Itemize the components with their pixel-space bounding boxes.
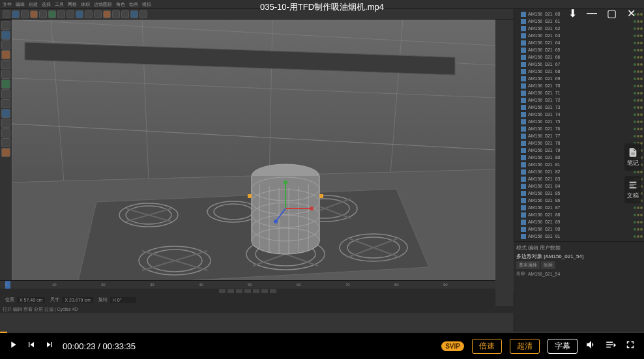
svg-point-46	[284, 180, 287, 184]
hierarchy-item[interactable]: AM156_021_83	[516, 175, 643, 182]
svg-rect-50	[319, 194, 323, 198]
hierarchy-item[interactable]: AM156_021_72	[516, 96, 643, 104]
fullscreen-button[interactable]	[624, 339, 636, 353]
hierarchy-item[interactable]: AM156_021_76	[516, 125, 643, 132]
svip-badge: SVIP	[441, 341, 464, 351]
close-button[interactable]: ✕	[624, 7, 637, 20]
subtitle-button[interactable]: 字幕	[548, 339, 578, 354]
hierarchy-item[interactable]: AM156_021_90	[516, 225, 643, 233]
hierarchy-item[interactable]: AM156_021_86	[516, 197, 643, 204]
hierarchy-item[interactable]: AM156_021_77	[516, 132, 643, 139]
hierarchy-item[interactable]: AM156_021_81	[516, 161, 643, 168]
hierarchy-item[interactable]: AM156_021_73	[516, 104, 643, 111]
hierarchy-item[interactable]: AM156_021_87	[516, 204, 643, 211]
svg-rect-49	[248, 194, 252, 198]
hierarchy-item[interactable]: AM156_021_80	[516, 154, 643, 161]
c4d-interface: 文件编辑创建选择工具网格体积运动图形角色动画模拟	[0, 0, 644, 332]
notes-button[interactable]: 笔记	[624, 143, 641, 171]
play-button[interactable]	[8, 339, 18, 352]
hierarchy-item[interactable]: AM156_021_75	[516, 118, 643, 125]
svg-point-48	[274, 220, 278, 223]
hierarchy-item[interactable]: AM156_021_68	[516, 68, 643, 75]
quality-button[interactable]: 超清	[510, 339, 540, 354]
hierarchy-item[interactable]: AM156_021_89	[516, 218, 643, 225]
c4d-attributes[interactable]: 模式 编辑 用户数据 多边形对象 [AM156_021_54] 基本属性 坐标 …	[514, 241, 644, 293]
player-top-controls: ⬇ — ▢ ✕	[566, 7, 637, 20]
next-button[interactable]	[44, 339, 55, 352]
hierarchy-item[interactable]: AM156_021_71	[516, 89, 643, 96]
hierarchy-item[interactable]: AM156_021_84	[516, 182, 643, 190]
hierarchy-item[interactable]: AM156_021_70	[516, 82, 643, 89]
hierarchy-item[interactable]: AM156_021_79	[516, 147, 643, 154]
hierarchy-item[interactable]: AM156_021_74	[516, 111, 643, 118]
svg-point-47	[310, 207, 314, 210]
hierarchy-item[interactable]: AM156_021_67	[516, 61, 643, 68]
c4d-status-bar: 打开 编辑 查看 分层 过滤 | Cycles 4D	[0, 306, 644, 313]
c4d-viewport[interactable]	[12, 20, 495, 293]
hierarchy-item[interactable]: AM156_021_91	[516, 233, 643, 240]
player-controls: 00:00:23 / 00:33:35 SVIP 倍速 超清 字幕	[0, 333, 644, 359]
hierarchy-item[interactable]: AM156_021_88	[516, 211, 643, 218]
minimize-button[interactable]: —	[585, 7, 598, 20]
video-title: 035-10-用TFD制作吸油烟机.mp4	[260, 1, 384, 13]
hierarchy-item[interactable]: AM156_021_65	[516, 46, 643, 53]
side-tools: 笔记 文稿	[624, 143, 644, 203]
c4d-coordinates[interactable]: 位置 X 57.49 cm 尺寸 X 23.679 cm 旋转 H 0°	[0, 293, 495, 306]
maximize-button[interactable]: ▢	[605, 7, 618, 20]
hierarchy-item[interactable]: AM156_021_85	[516, 190, 643, 197]
time-display: 00:00:23 / 00:33:35	[63, 341, 136, 351]
hierarchy-item[interactable]: AM156_021_63	[516, 32, 643, 39]
hierarchy-item[interactable]: AM156_021_66	[516, 53, 643, 61]
video-frame: 文件编辑创建选择工具网格体积运动图形角色动画模拟	[0, 0, 644, 332]
download-button[interactable]: ⬇	[566, 7, 579, 20]
hierarchy-item[interactable]: AM156_021_64	[516, 39, 643, 46]
hierarchy-item[interactable]: AM156_021_78	[516, 139, 643, 147]
hierarchy-item[interactable]: AM156_021_82	[516, 168, 643, 175]
playlist-button[interactable]	[605, 339, 617, 353]
transcript-button[interactable]: 文稿	[624, 176, 641, 203]
c4d-left-toolbar	[0, 20, 12, 293]
c4d-timeline[interactable]: 0 10 20 30 40 50 60 70 80 90	[0, 280, 495, 293]
prev-button[interactable]	[26, 339, 37, 352]
hierarchy-item[interactable]: AM156_021_69	[516, 75, 643, 82]
volume-button[interactable]	[585, 339, 597, 353]
hierarchy-item[interactable]: AM156_021_62	[516, 25, 643, 32]
speed-button[interactable]: 倍速	[472, 339, 502, 354]
